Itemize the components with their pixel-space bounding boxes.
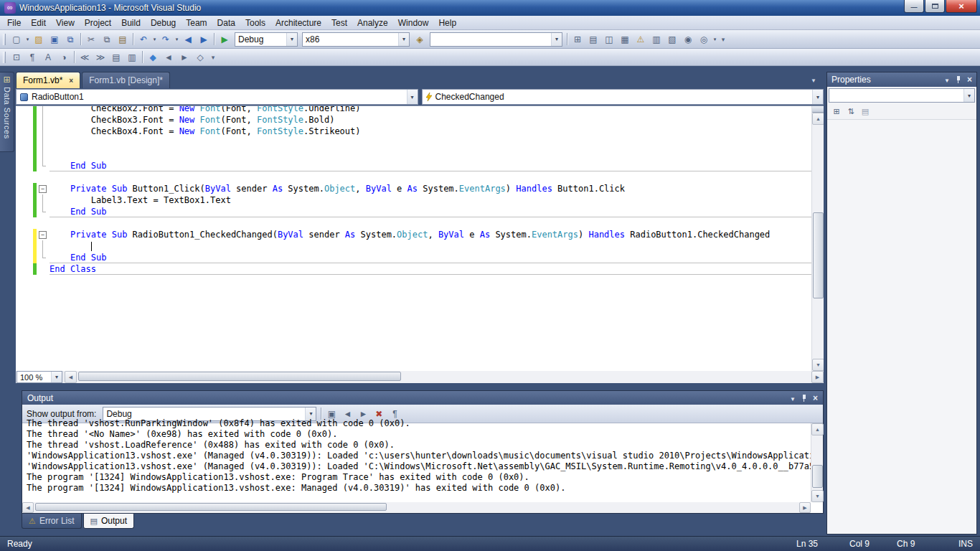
- menu-window[interactable]: Window: [393, 17, 434, 29]
- navigate-backward-icon[interactable]: ◀: [180, 32, 196, 47]
- auto-hide-pin-icon[interactable]: [956, 75, 961, 84]
- code-line[interactable]: End Sub: [16, 206, 811, 217]
- code-line[interactable]: CheckBox4.Font = New Font(Font, FontStyl…: [16, 126, 811, 137]
- word-wrap-icon[interactable]: ⊡: [9, 50, 24, 65]
- scroll-right-icon[interactable]: [811, 371, 824, 383]
- dropdown-arrow-icon[interactable]: [407, 90, 418, 104]
- properties-object-combo[interactable]: [829, 88, 975, 103]
- scrollbar-track[interactable]: [77, 371, 811, 383]
- object-browser-icon[interactable]: ◫: [601, 32, 617, 47]
- outdent-icon[interactable]: ≪: [77, 50, 93, 65]
- toolbox-icon[interactable]: ▦: [617, 32, 633, 47]
- toolbar2-options-chevron-icon[interactable]: [209, 54, 217, 61]
- menu-architecture[interactable]: Architecture: [270, 17, 326, 29]
- scroll-left-icon[interactable]: [22, 502, 34, 513]
- menu-view[interactable]: View: [51, 17, 80, 29]
- output-horizontal-scrollbar[interactable]: [22, 502, 811, 513]
- copy-icon[interactable]: ⧉: [99, 32, 115, 47]
- error-list-icon[interactable]: ⚠: [633, 32, 649, 47]
- code-line[interactable]: CheckBox2.Font = New Font(Font, FontStyl…: [16, 105, 811, 114]
- zoom-control[interactable]: 100 %: [17, 371, 62, 383]
- window-position-chevron-icon[interactable]: [790, 393, 796, 403]
- types-dropdown[interactable]: RadioButton1: [16, 89, 418, 105]
- scroll-up-icon[interactable]: [812, 113, 824, 125]
- find-in-files-icon[interactable]: ◈: [412, 32, 428, 47]
- dropdown-arrow-icon[interactable]: [51, 372, 62, 382]
- next-bookmark-icon[interactable]: ►: [176, 50, 192, 65]
- minimize-button[interactable]: [904, 0, 924, 13]
- dropdown-arrow-icon[interactable]: [398, 33, 409, 46]
- extension-manager-icon[interactable]: ◎: [696, 32, 712, 47]
- code-line[interactable]: [16, 149, 811, 160]
- paste-icon[interactable]: ▤: [115, 32, 131, 47]
- code-text[interactable]: End Sub: [50, 252, 811, 263]
- code-line[interactable]: CheckBox3.Font = New Font(Font, FontStyl…: [16, 114, 811, 126]
- code-text[interactable]: Label3.Text = TextBox1.Text: [50, 194, 811, 206]
- start-page-icon[interactable]: ◉: [680, 32, 696, 47]
- alphabetical-icon[interactable]: ⇅: [844, 105, 858, 118]
- code-line[interactable]: End Class: [16, 263, 811, 275]
- code-text[interactable]: [50, 171, 811, 183]
- redo-dropdown-icon[interactable]: [174, 37, 180, 42]
- solution-explorer-icon[interactable]: ⊞: [570, 32, 585, 47]
- toggle-bookmark-icon[interactable]: ◆: [145, 50, 161, 65]
- menu-data[interactable]: Data: [212, 17, 240, 29]
- code-text[interactable]: [50, 137, 811, 149]
- code-line[interactable]: [16, 171, 811, 183]
- menu-team[interactable]: Team: [181, 17, 212, 29]
- scroll-up-icon[interactable]: [811, 423, 824, 435]
- new-item-icon[interactable]: ▢: [9, 32, 24, 47]
- start-debugging-icon[interactable]: ▶: [217, 32, 232, 47]
- new-item-dropdown-icon[interactable]: [24, 37, 31, 42]
- code-line[interactable]: Label3.Text = TextBox1.Text: [16, 194, 811, 206]
- window-position-chevron-icon[interactable]: [944, 75, 950, 85]
- bottom-tab-output[interactable]: ▤Output: [83, 514, 134, 529]
- solution-configurations-combo[interactable]: Debug: [235, 32, 298, 47]
- menu-analyze[interactable]: Analyze: [352, 17, 393, 29]
- close-properties-icon[interactable]: [967, 75, 972, 85]
- menu-build[interactable]: Build: [116, 17, 146, 29]
- code-content[interactable]: CheckBox2.Font = New Font(Font, FontStyl…: [16, 105, 811, 275]
- doc-tab-0[interactable]: Form1.vb*: [16, 72, 80, 88]
- save-all-icon[interactable]: ⧉: [62, 32, 78, 47]
- clear-bookmarks-icon[interactable]: ◇: [192, 50, 208, 65]
- code-text[interactable]: CheckBox2.Font = New Font(Font, FontStyl…: [50, 105, 811, 114]
- code-line[interactable]: End Sub: [16, 252, 811, 263]
- code-text[interactable]: CheckBox3.Font = New Font(Font, FontStyl…: [50, 114, 811, 126]
- extension-manager-dropdown-icon[interactable]: [712, 37, 718, 42]
- maximize-button[interactable]: [925, 0, 945, 13]
- close-output-icon[interactable]: [813, 393, 818, 403]
- dropdown-arrow-icon[interactable]: [812, 90, 823, 104]
- collapse-region-icon[interactable]: [39, 231, 47, 239]
- auto-hide-pin-icon[interactable]: [801, 394, 807, 402]
- properties-window-icon[interactable]: ▤: [585, 32, 601, 47]
- menu-debug[interactable]: Debug: [146, 17, 181, 29]
- incremental-search-icon[interactable]: A: [40, 50, 56, 65]
- output-text[interactable]: The thread 'vshost.RunParkingWindow' (0x…: [22, 418, 811, 494]
- data-sources-tab[interactable]: Data Sources: [0, 72, 14, 152]
- output-vertical-scrollbar[interactable]: [811, 423, 823, 502]
- comment-icon[interactable]: ▤: [108, 50, 124, 65]
- scrollbar-thumb[interactable]: [35, 503, 387, 511]
- code-text[interactable]: End Class: [50, 263, 811, 275]
- title-bar[interactable]: WindowsApplication13 - Microsoft Visual …: [0, 0, 980, 16]
- code-text[interactable]: CheckBox4.Font = New Font(Font, FontStyl…: [50, 126, 811, 137]
- immediate-window-icon[interactable]: ▥: [649, 32, 664, 47]
- categorized-icon[interactable]: ⊞: [829, 105, 844, 118]
- scroll-down-icon[interactable]: [812, 359, 824, 371]
- members-dropdown[interactable]: CheckedChanged: [422, 89, 824, 105]
- display-quick-info-icon[interactable]: ◑: [56, 50, 72, 65]
- code-line[interactable]: [16, 137, 811, 149]
- property-pages-icon[interactable]: ▤: [858, 105, 872, 118]
- code-line[interactable]: Private Sub Button1_Click(ByVal sender A…: [16, 183, 811, 194]
- save-icon[interactable]: ▣: [47, 32, 62, 47]
- code-line[interactable]: [16, 217, 811, 229]
- show-whitespace-icon[interactable]: ¶: [24, 50, 40, 65]
- properties-grid[interactable]: [827, 120, 976, 534]
- open-file-icon[interactable]: ▨: [31, 32, 47, 47]
- scroll-left-icon[interactable]: [65, 371, 77, 383]
- code-text[interactable]: Private Sub Button1_Click(ByVal sender A…: [50, 183, 811, 194]
- code-line[interactable]: Private Sub RadioButton1_CheckedChanged(…: [16, 229, 811, 240]
- bottom-tab-error-list[interactable]: ⚠Error List: [22, 514, 82, 529]
- editor-vertical-scrollbar[interactable]: [811, 106, 824, 371]
